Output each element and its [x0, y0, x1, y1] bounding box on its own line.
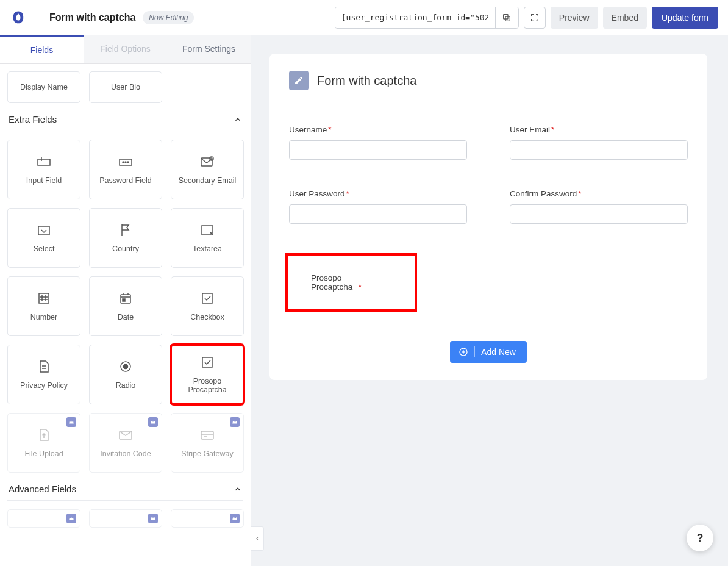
- sidebar-tabs: Fields Field Options Form Settings: [0, 35, 251, 64]
- copy-button[interactable]: [495, 7, 518, 28]
- field-privacy-policy[interactable]: Privacy Policy: [7, 345, 80, 404]
- field-label: Secondary Email: [179, 176, 237, 185]
- field-number[interactable]: Number: [7, 276, 80, 336]
- field-invitation-code[interactable]: Invitation Code: [89, 413, 162, 473]
- field-label: Stripe Gateway: [181, 450, 233, 458]
- svg-point-5: [123, 162, 124, 163]
- email-input[interactable]: [510, 140, 688, 160]
- username-input[interactable]: [289, 140, 467, 160]
- procaptcha-field-wrapper[interactable]: Prosopo Procaptcha *: [285, 253, 417, 312]
- header-actions: Preview Embed Update form: [335, 7, 718, 29]
- required-asterisk: *: [551, 125, 554, 134]
- form-row-1: Username* User Email*: [289, 125, 688, 160]
- password-field-wrapper[interactable]: User Password*: [289, 189, 467, 224]
- svg-rect-10: [38, 226, 49, 235]
- field-textarea[interactable]: Textarea: [171, 208, 244, 268]
- chevron-up-icon: [234, 485, 242, 493]
- field-checkbox[interactable]: Checkbox: [171, 276, 244, 336]
- email-field-wrapper[interactable]: User Email*: [510, 125, 688, 160]
- field-label: Date: [118, 313, 134, 321]
- field-label: Privacy Policy: [20, 381, 68, 390]
- svg-point-7: [127, 162, 129, 163]
- procaptcha-label: Prosopo Procaptcha *: [311, 273, 391, 292]
- crown-icon: [150, 419, 156, 425]
- help-button[interactable]: ?: [687, 525, 713, 551]
- tab-form-settings[interactable]: Form Settings: [167, 35, 251, 63]
- field-label: User Bio: [111, 83, 140, 91]
- field-advanced-3[interactable]: [171, 509, 244, 528]
- sidebar-collapse-button[interactable]: [251, 526, 264, 551]
- section-extra-fields[interactable]: Extra Fields: [7, 103, 243, 131]
- field-date[interactable]: Date: [89, 276, 162, 336]
- field-input-field[interactable]: Input Field: [7, 140, 80, 199]
- update-form-button[interactable]: Update form: [652, 7, 718, 29]
- field-radio[interactable]: Radio: [89, 345, 162, 404]
- card-icon: [200, 428, 215, 442]
- embed-button[interactable]: Embed: [603, 7, 647, 29]
- svg-rect-23: [202, 293, 212, 303]
- confirm-password-field-wrapper[interactable]: Confirm Password*: [510, 189, 688, 224]
- pro-badge: [230, 514, 240, 523]
- pro-badge: [148, 417, 158, 427]
- app-logo: [10, 9, 27, 26]
- svg-rect-2: [38, 159, 50, 165]
- email-label: User Email*: [510, 125, 688, 134]
- pro-badge: [66, 514, 76, 523]
- fullscreen-icon: [530, 13, 540, 23]
- field-select[interactable]: Select: [7, 208, 80, 268]
- username-field-wrapper[interactable]: Username*: [289, 125, 467, 160]
- svg-rect-8: [201, 158, 212, 166]
- status-badge: Now Editing: [143, 11, 194, 24]
- svg-point-27: [124, 365, 128, 369]
- required-asterisk: *: [328, 125, 331, 134]
- textarea-icon: [200, 223, 215, 237]
- field-label: Number: [30, 313, 57, 321]
- field-stripe-gateway[interactable]: Stripe Gateway: [171, 413, 244, 473]
- field-file-upload[interactable]: File Upload: [7, 413, 80, 473]
- radio-icon: [118, 359, 133, 374]
- pencil-icon: [294, 76, 304, 85]
- field-label: Radio: [116, 381, 136, 390]
- edit-title-button[interactable]: [289, 71, 309, 90]
- app-header: Form with captcha Now Editing Preview Em…: [0, 0, 728, 35]
- field-prosopo-procaptcha[interactable]: Prosopo Procaptcha: [171, 345, 244, 404]
- svg-rect-22: [123, 299, 125, 301]
- password-input[interactable]: [289, 204, 467, 224]
- field-secondary-email[interactable]: Secondary Email: [171, 140, 244, 199]
- field-display-name[interactable]: Display Name: [7, 71, 80, 103]
- select-icon: [37, 223, 51, 237]
- label-text: Prosopo Procaptcha: [311, 273, 352, 292]
- field-country[interactable]: Country: [89, 208, 162, 268]
- calendar-icon: [118, 291, 133, 306]
- preview-button[interactable]: Preview: [551, 7, 598, 29]
- field-password-field[interactable]: Password Field: [89, 140, 162, 199]
- section-advanced-fields[interactable]: Advanced Fields: [7, 473, 243, 501]
- svg-rect-28: [202, 357, 212, 367]
- confirm-password-input[interactable]: [510, 204, 688, 224]
- field-label: Password Field: [99, 176, 151, 185]
- label-text: Username: [289, 125, 327, 134]
- field-label: Country: [112, 245, 139, 253]
- field-advanced-2[interactable]: [89, 509, 162, 528]
- form-row-2: User Password* Confirm Password*: [289, 189, 688, 224]
- shortcode-input[interactable]: [335, 7, 495, 28]
- add-new-button[interactable]: Add New: [450, 341, 527, 363]
- fullscreen-button[interactable]: [524, 7, 546, 29]
- field-label: Checkbox: [190, 313, 224, 321]
- field-user-bio[interactable]: User Bio: [89, 71, 162, 103]
- field-advanced-1[interactable]: [7, 509, 80, 528]
- tab-field-options[interactable]: Field Options: [84, 35, 167, 63]
- field-label: Select: [34, 245, 55, 253]
- svg-point-6: [125, 162, 126, 163]
- username-label: Username*: [289, 125, 467, 134]
- input-icon: [37, 154, 51, 169]
- crown-icon: [232, 515, 238, 521]
- main-area: Fields Field Options Form Settings Displ…: [0, 35, 728, 566]
- confirm-password-label: Confirm Password*: [510, 189, 688, 198]
- advanced-fields-grid: [7, 509, 243, 528]
- pro-badge: [230, 417, 240, 427]
- required-asterisk: *: [346, 189, 349, 198]
- tab-fields[interactable]: Fields: [0, 35, 84, 63]
- captcha-row: Prosopo Procaptcha *: [285, 253, 688, 312]
- page-title: Form with captcha: [49, 12, 135, 23]
